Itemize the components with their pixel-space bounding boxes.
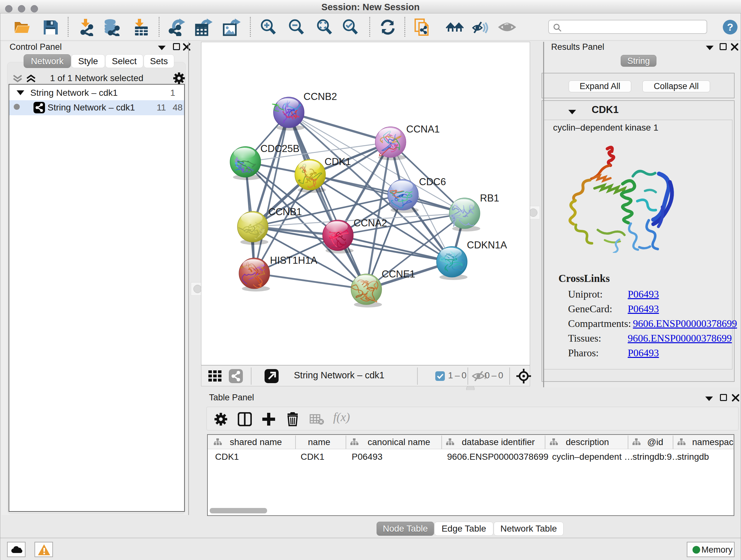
svg-text:CCNA2: CCNA2 <box>354 217 387 229</box>
svg-text:CCNB1: CCNB1 <box>268 206 302 217</box>
svg-text:CDC6: CDC6 <box>419 176 446 187</box>
svg-text:RB1: RB1 <box>480 192 499 204</box>
svg-text:CCNA1: CCNA1 <box>406 124 440 135</box>
svg-text:CDKN1A: CDKN1A <box>467 240 507 251</box>
svg-text:CDC25B: CDC25B <box>260 143 299 154</box>
svg-text:CCNE1: CCNE1 <box>382 268 415 280</box>
svg-text:HIST1H1A: HIST1H1A <box>270 255 317 266</box>
svg-text:CDK1: CDK1 <box>325 156 351 167</box>
svg-text:?: ? <box>727 21 733 33</box>
svg-text:CCNB2: CCNB2 <box>304 91 337 102</box>
